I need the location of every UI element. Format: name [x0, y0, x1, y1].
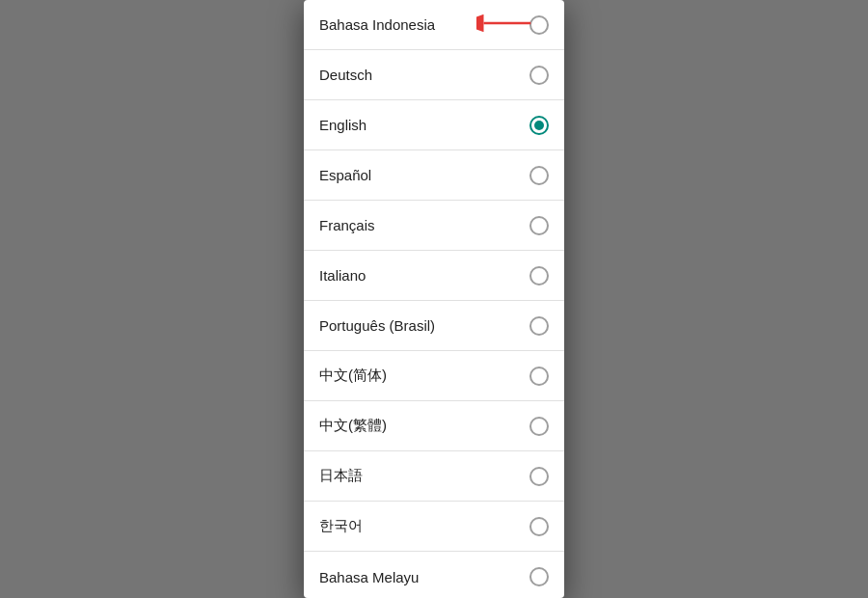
radio-chinese-simplified[interactable]	[529, 367, 549, 386]
radio-italiano[interactable]	[529, 266, 549, 285]
radio-bahasa-indonesia[interactable]	[529, 15, 549, 35]
dialog-overlay: Bahasa IndonesiaDeutschEnglishEspañolFra…	[0, 0, 868, 598]
language-label-portugues-brasil: Português (Brasil)	[319, 317, 435, 334]
language-item-francais[interactable]: Français	[304, 201, 564, 251]
language-item-chinese-traditional[interactable]: 中文(繁體)	[304, 401, 564, 451]
radio-espanol[interactable]	[529, 166, 549, 185]
language-item-deutsch[interactable]: Deutsch	[304, 50, 564, 100]
radio-japanese[interactable]	[529, 467, 549, 486]
language-item-espanol[interactable]: Español	[304, 150, 564, 201]
language-label-chinese-simplified: 中文(简体)	[319, 367, 387, 385]
language-item-chinese-simplified[interactable]: 中文(简体)	[304, 351, 564, 401]
language-item-korean[interactable]: 한국어	[304, 502, 564, 552]
radio-chinese-traditional[interactable]	[529, 417, 549, 436]
radio-portugues-brasil[interactable]	[529, 316, 549, 336]
language-dialog: Bahasa IndonesiaDeutschEnglishEspañolFra…	[304, 0, 564, 598]
language-item-english[interactable]: English	[304, 100, 564, 150]
language-label-english: English	[319, 117, 366, 133]
language-label-bahasa-melayu: Bahasa Melayu	[319, 569, 419, 585]
language-item-bahasa-indonesia[interactable]: Bahasa Indonesia	[304, 0, 564, 50]
language-label-deutsch: Deutsch	[319, 67, 372, 83]
radio-korean[interactable]	[529, 517, 549, 536]
language-label-chinese-traditional: 中文(繁體)	[319, 417, 387, 435]
language-item-japanese[interactable]: 日本語	[304, 451, 564, 502]
language-label-korean: 한국어	[319, 517, 363, 535]
radio-english[interactable]	[529, 116, 549, 135]
language-label-francais: Français	[319, 217, 375, 233]
language-label-japanese: 日本語	[319, 467, 363, 485]
radio-deutsch[interactable]	[529, 66, 549, 85]
language-label-espanol: Español	[319, 167, 371, 183]
language-item-italiano[interactable]: Italiano	[304, 251, 564, 301]
radio-bahasa-melayu[interactable]	[529, 567, 549, 586]
language-label-bahasa-indonesia: Bahasa Indonesia	[319, 16, 435, 33]
radio-francais[interactable]	[529, 216, 549, 235]
language-label-italiano: Italiano	[319, 267, 366, 284]
language-item-portugues-brasil[interactable]: Português (Brasil)	[304, 301, 564, 351]
language-item-bahasa-melayu[interactable]: Bahasa Melayu	[304, 552, 564, 598]
